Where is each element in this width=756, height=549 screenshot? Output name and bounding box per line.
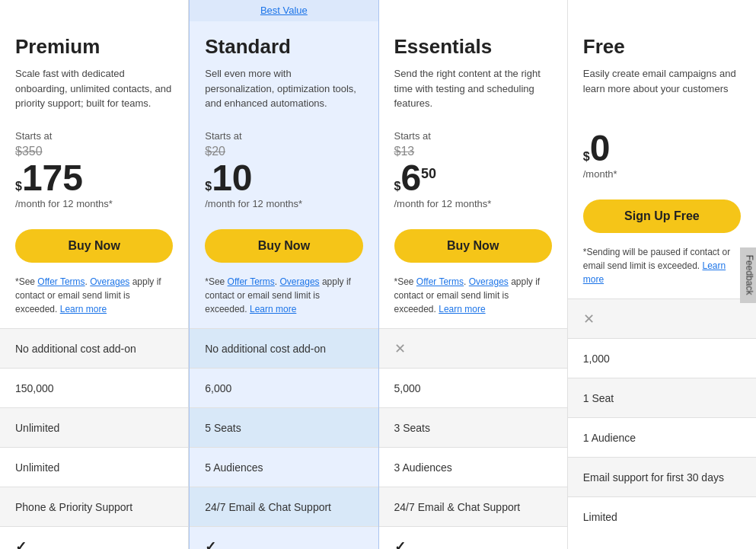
btn-premium[interactable]: Buy Now	[15, 229, 173, 263]
feature-row-premium-2: Unlimited	[0, 407, 188, 447]
footnote-essentials: *See Offer Terms. Overages apply if cont…	[379, 275, 567, 328]
best-value-banner: Best Value	[190, 0, 378, 21]
price-dollar-free: $	[583, 151, 590, 163]
learn-more-link[interactable]: Learn more	[583, 260, 726, 285]
plan-col-standard: Best ValueStandardSell even more with pe…	[189, 0, 378, 549]
plan-header-standard: StandardSell even more with personalizat…	[190, 21, 378, 229]
footnote-standard: *See Offer Terms. Overages apply if cont…	[190, 275, 378, 328]
price-dollar-essentials: $	[394, 180, 401, 193]
feature-row-free-5: Limited	[568, 496, 756, 536]
overages-link[interactable]: Overages	[90, 276, 129, 287]
price-row-standard: $10	[205, 160, 362, 196]
price-period-premium: /month for 12 months*	[15, 198, 173, 209]
plan-header-free: FreeEasily create email campaigns and le…	[568, 21, 756, 199]
original-price-essentials: $13	[394, 145, 552, 158]
no-banner	[379, 0, 567, 21]
plan-desc-premium: Scale fast with dedicated onboarding, un…	[15, 66, 173, 120]
overages-link[interactable]: Overages	[280, 276, 320, 287]
plan-col-essentials: EssentialsSend the right content at the …	[379, 0, 568, 549]
price-main-essentials: 6	[400, 160, 421, 196]
feature-row-standard-5: ✓	[190, 526, 378, 549]
offer-terms-link[interactable]: Offer Terms	[416, 276, 464, 287]
price-row-free: $0	[583, 130, 741, 167]
feature-row-essentials-1: 5,000	[379, 368, 567, 407]
plan-name-premium: Premium	[15, 35, 173, 59]
overages-link[interactable]: Overages	[469, 276, 509, 287]
price-period-standard: /month for 12 months*	[205, 198, 362, 209]
cross-icon: ✕	[394, 340, 406, 357]
feature-row-standard-0: No additional cost add-on	[190, 328, 378, 368]
check-icon: ✓	[394, 538, 406, 549]
price-main-standard: 10	[212, 160, 252, 196]
feature-row-standard-2: 5 Seats	[190, 407, 378, 447]
feature-row-premium-0: No additional cost add-on	[0, 328, 188, 368]
feature-row-free-2: 1 Seat	[568, 378, 756, 417]
no-banner	[0, 0, 188, 21]
plan-name-free: Free	[583, 35, 741, 59]
price-dollar-standard: $	[205, 180, 212, 193]
offer-terms-link[interactable]: Offer Terms	[228, 276, 275, 287]
feature-row-essentials-0: ✕	[379, 328, 567, 368]
plan-name-essentials: Essentials	[394, 35, 552, 59]
price-row-premium: $175	[15, 160, 173, 196]
feature-row-essentials-3: 3 Audiences	[379, 447, 567, 487]
learn-more-link[interactable]: Learn more	[439, 304, 485, 314]
price-period-essentials: /month for 12 months*	[394, 198, 552, 209]
learn-more-link[interactable]: Learn more	[60, 304, 107, 314]
no-banner	[568, 0, 756, 21]
price-main-premium: 175	[22, 160, 83, 196]
plan-header-premium: PremiumScale fast with dedicated onboard…	[0, 21, 188, 229]
feature-row-free-3: 1 Audience	[568, 417, 756, 457]
original-price-premium: $350	[15, 145, 173, 158]
feature-row-premium-3: Unlimited	[0, 447, 188, 487]
starts-at-standard: Starts at	[205, 130, 362, 142]
pricing-table: PremiumScale fast with dedicated onboard…	[0, 0, 756, 549]
feature-row-premium-4: Phone & Priority Support	[0, 487, 188, 526]
feature-row-standard-4: 24/7 Email & Chat Support	[190, 487, 378, 526]
price-cents-essentials: 50	[421, 166, 436, 182]
check-icon: ✓	[15, 538, 27, 549]
btn-free[interactable]: Sign Up Free	[583, 199, 741, 233]
feature-row-free-0: ✕	[568, 298, 756, 338]
learn-more-link[interactable]: Learn more	[250, 304, 296, 314]
starts-at-premium: Starts at	[15, 130, 173, 142]
starts-at-essentials: Starts at	[394, 130, 552, 142]
check-icon: ✓	[205, 538, 216, 549]
price-row-essentials: $650	[394, 160, 552, 196]
feature-row-standard-3: 5 Audiences	[190, 447, 378, 487]
footnote-premium: *See Offer Terms. Overages apply if cont…	[0, 275, 188, 328]
feature-row-essentials-2: 3 Seats	[379, 407, 567, 447]
cross-icon: ✕	[583, 311, 595, 327]
plan-col-free: FreeEasily create email campaigns and le…	[568, 0, 756, 549]
price-period-free: /month*	[583, 168, 741, 180]
price-dollar-premium: $	[15, 180, 22, 193]
plan-desc-free: Easily create email campaigns and learn …	[583, 66, 741, 120]
feature-row-standard-1: 6,000	[190, 368, 378, 407]
offer-terms-link[interactable]: Offer Terms	[37, 276, 85, 287]
feature-row-premium-5: ✓	[0, 526, 188, 549]
feature-row-free-4: Email support for first 30 days	[568, 457, 756, 496]
btn-essentials[interactable]: Buy Now	[394, 229, 552, 263]
plan-desc-essentials: Send the right content at the right time…	[394, 66, 552, 120]
plan-col-premium: PremiumScale fast with dedicated onboard…	[0, 0, 189, 549]
footnote-free: *Sending will be paused if contact or em…	[568, 245, 756, 298]
feature-row-free-1: 1,000	[568, 338, 756, 378]
feature-row-essentials-4: 24/7 Email & Chat Support	[379, 487, 567, 526]
feedback-tab[interactable]: Feedback	[741, 247, 756, 302]
btn-standard[interactable]: Buy Now	[205, 229, 362, 263]
feature-row-premium-1: 150,000	[0, 368, 188, 407]
plan-name-standard: Standard	[205, 35, 362, 59]
price-main-free: 0	[590, 130, 611, 167]
plan-desc-standard: Sell even more with personalization, opt…	[205, 66, 362, 120]
feature-row-essentials-5: ✓	[379, 526, 567, 549]
original-price-standard: $20	[205, 145, 362, 158]
plan-header-essentials: EssentialsSend the right content at the …	[379, 21, 567, 229]
